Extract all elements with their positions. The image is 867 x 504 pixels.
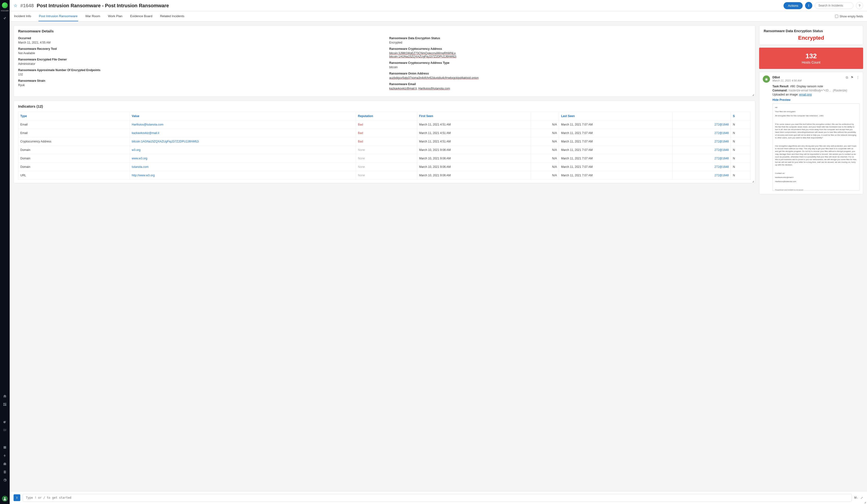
cell-last-seen: March 11, 2021 7:07 AM xyxy=(559,120,673,129)
cell-last-seen: March 11, 2021 7:07 AM xyxy=(559,163,673,171)
field-label: Ransomware Onion Address xyxy=(389,72,751,75)
topbar: ☆ #1648 Post Intrusion Ransomware - Post… xyxy=(10,0,867,11)
col-header[interactable] xyxy=(673,112,731,120)
xsoar-logo xyxy=(2,2,8,8)
field-value: bitcoin xyxy=(389,66,751,69)
tab-work-plan[interactable]: Work Plan xyxy=(107,11,123,21)
cell-last-seen: March 11, 2021 7:07 AM xyxy=(559,129,673,137)
email-link[interactable]: kazkavkovkiz@mail.li xyxy=(389,87,417,90)
cell-last-seen: March 11, 2021 7:07 AM xyxy=(559,171,673,180)
table-row[interactable]: Domainw3.orgNoneMarch 10, 2021 9:06 AMN/… xyxy=(18,146,751,154)
cell-value[interactable]: tutanota.com xyxy=(130,163,356,171)
bolt-icon[interactable] xyxy=(3,454,7,458)
hide-preview-link[interactable]: Hide Preview xyxy=(772,98,859,101)
cell-type: Domain xyxy=(18,146,130,154)
command-input[interactable] xyxy=(23,494,852,502)
cell-related[interactable]: 272@1648 xyxy=(673,129,731,137)
cell-related[interactable]: 272@1648 xyxy=(673,163,731,171)
tab-incident-info[interactable]: Incident Info xyxy=(13,11,32,21)
dbot-avatar-icon: ◉ xyxy=(763,75,770,83)
cell-type: Email xyxy=(18,129,130,137)
user-avatar-icon[interactable] xyxy=(2,496,8,502)
svg-point-1 xyxy=(4,497,5,499)
col-header[interactable]: Value xyxy=(130,112,356,120)
help-button[interactable]: ? xyxy=(856,2,863,9)
onion-link[interactable]: auzbdiguv5qtp37xoma3n4xfchr62duxtdiu4cfr… xyxy=(389,76,479,79)
cell-reputation: Bad xyxy=(356,120,417,129)
upload-text: Uploaded an image: xyxy=(772,93,798,96)
show-empty-checkbox[interactable] xyxy=(835,15,838,18)
cell-na: N/A xyxy=(531,120,559,129)
home-icon[interactable] xyxy=(3,394,7,398)
resize-handle[interactable]: ◢ xyxy=(752,93,754,96)
col-header[interactable]: Last Seen xyxy=(559,112,673,120)
briefcase-icon[interactable] xyxy=(3,462,7,466)
tab-evidence-board[interactable]: Evidence Board xyxy=(130,11,153,21)
tab-post-intrusion[interactable]: Post Intrusion Ransomware xyxy=(39,11,78,21)
left-sidebar: XSOAR xyxy=(0,0,10,504)
cell-value[interactable]: Hariliuios@tutanota.com xyxy=(130,120,356,129)
table-row[interactable]: Emailkazkavkovkiz@mail.liBadMarch 11, 20… xyxy=(18,129,751,137)
table-row[interactable]: Cryptocurrency Addressbitcoin:1AGNa15ZQX… xyxy=(18,137,751,146)
col-header[interactable] xyxy=(531,112,559,120)
cell-first-seen: March 11, 2021 4:51 AM xyxy=(417,137,531,146)
upload-link[interactable]: email.png xyxy=(799,93,812,96)
book-icon[interactable] xyxy=(3,446,7,449)
bomb-icon[interactable] xyxy=(3,420,7,424)
col-header[interactable]: Reputation xyxy=(356,112,417,120)
cell-related[interactable]: 272@1648 xyxy=(673,171,731,180)
table-row[interactable]: EmailHariliuios@tutanota.comBadMarch 11,… xyxy=(18,120,751,129)
sliders-icon[interactable] xyxy=(3,428,7,432)
expand-icon[interactable]: ⤢ xyxy=(860,496,863,500)
gear-icon[interactable] xyxy=(3,478,7,482)
flag-icon[interactable]: ⚑ xyxy=(850,75,854,79)
field-label: Occurred xyxy=(18,36,379,40)
cell-first-seen: March 10, 2021 9:06 AM xyxy=(417,146,531,154)
col-header[interactable]: S xyxy=(731,112,751,120)
field-label: Ransomware Cryptocurrency Address xyxy=(389,47,751,51)
dashboard-icon[interactable] xyxy=(3,403,7,406)
cell-value[interactable]: http://www.w3.org xyxy=(130,171,356,180)
pin-icon[interactable] xyxy=(3,16,7,20)
col-header[interactable]: First Seen xyxy=(417,112,531,120)
field-value: 132 xyxy=(18,73,379,76)
cell-value[interactable]: w3.org xyxy=(130,146,356,154)
cell-related[interactable]: 272@1648 xyxy=(673,137,731,146)
cell-reputation: Bad xyxy=(356,137,417,146)
cell-value[interactable]: bitcoin:1AGNa15ZQXAZUgFiqJ2i7Z2DPU2J6hW6… xyxy=(130,137,356,146)
table-row[interactable]: Domaintutanota.comNoneMarch 10, 2021 9:0… xyxy=(18,163,751,171)
field-value: Encrypted xyxy=(389,41,751,44)
command-button[interactable]: ! xyxy=(13,494,20,501)
info-button[interactable]: i xyxy=(805,2,812,9)
more-icon[interactable]: ⋮ xyxy=(856,75,859,79)
content: Ransomware Details OccurredMarch 11, 202… xyxy=(10,22,867,491)
cell-first-seen: March 10, 2021 9:06 AM xyxy=(417,171,531,180)
crypto-link[interactable]: bitcoin:1AGNa15ZQXAZUgFiqJ2i7Z2DPU2J6hW6… xyxy=(389,55,456,58)
cell-related[interactable]: 272@1648 xyxy=(673,146,731,154)
crypto-link[interactable]: bitcoin:3J98t1WpEZ73CNmQviecrnyiWrnqRhWN… xyxy=(389,52,455,55)
cell-na: N/A xyxy=(531,137,559,146)
cell-related[interactable]: 272@1648 xyxy=(673,154,731,163)
cell-s: N xyxy=(731,129,751,137)
tab-war-room[interactable]: War Room xyxy=(85,11,101,21)
cell-value[interactable]: www.w3.org xyxy=(130,154,356,163)
actions-button[interactable]: Actions xyxy=(783,2,803,9)
copy-icon[interactable]: ⧉ xyxy=(846,75,848,79)
enc-status-value: Encrypted xyxy=(764,35,858,41)
star-icon[interactable]: ☆ xyxy=(13,3,18,8)
cell-na: N/A xyxy=(531,129,559,137)
cell-value[interactable]: kazkavkovkiz@mail.li xyxy=(130,129,356,137)
cell-reputation: None xyxy=(356,154,417,163)
indicators-table: TypeValueReputationFirst SeenLast SeenS … xyxy=(18,112,751,180)
table-row[interactable]: URLhttp://www.w3.orgNoneMarch 10, 2021 9… xyxy=(18,171,751,180)
table-row[interactable]: Domainwww.w3.orgNoneMarch 10, 2021 9:06 … xyxy=(18,154,751,163)
stack-icon[interactable] xyxy=(3,470,7,474)
cell-related[interactable]: 272@1648 xyxy=(673,120,731,129)
email-link[interactable]: Hariliuios@tutanota.com xyxy=(418,87,450,90)
resize-handle[interactable]: ◢ xyxy=(752,180,754,183)
col-header[interactable]: Type xyxy=(18,112,130,120)
search-input[interactable] xyxy=(815,2,854,9)
ransom-note-preview: Hi! Your files are encrypted. All encryp… xyxy=(772,104,859,191)
markdown-icon[interactable]: M↓ xyxy=(854,496,858,500)
tab-related-incidents[interactable]: Related Incidents xyxy=(160,11,185,21)
